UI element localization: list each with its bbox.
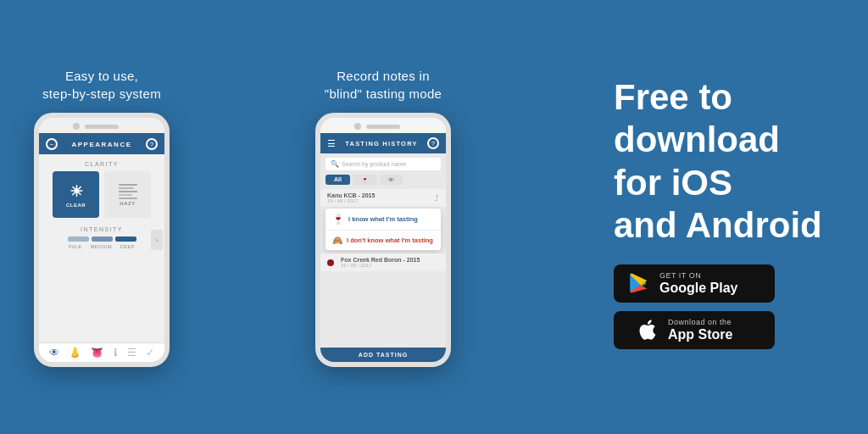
phone1: − APPEARANCE ? CLARITY ☀ CLEAR (34, 113, 170, 367)
phone2-screen: ☰ TASTING HISTORY ? 🔍 Search by product … (320, 118, 446, 362)
phone2-footer[interactable]: ADD TASTING (320, 348, 446, 362)
screen2-title: TASTING HISTORY (345, 140, 417, 147)
intensity-labels: PALE MEDIUM DEEP (69, 244, 135, 249)
tabs-row: All 🍷 👁 (326, 175, 441, 185)
intensity-medium-bar[interactable] (92, 236, 113, 242)
app-store-main: App Store (668, 326, 732, 342)
search-placeholder: Search by product name (342, 161, 406, 167)
wine-glass-icon: 🍷 (332, 214, 344, 225)
sun-icon: ☀ (70, 182, 83, 201)
phone1-caption: Easy to use, step-by-step system (42, 67, 161, 103)
blind-eye-icon: 🙈 (332, 236, 342, 245)
item1-name: Kanu KCB - 2015 (327, 192, 375, 198)
list-item-1-info: Kanu KCB - 2015 19 / 09 / 2017 (327, 192, 375, 203)
list-item-2-info: Fox Creek Red Boron - 2015 19 / 09 / 201… (341, 257, 420, 268)
hazy-label: HAZY (120, 201, 135, 206)
help-button[interactable]: ? (146, 138, 158, 150)
phone2-caption: Record notes in "blind" tasting mode (325, 67, 442, 103)
medium-label: MEDIUM (91, 244, 112, 249)
menu-tab-icon[interactable]: ☰ (127, 347, 136, 359)
item1-date: 19 / 09 / 2017 (327, 198, 375, 203)
next-arrow[interactable]: › (151, 230, 163, 250)
add-tasting-label: ADD TASTING (359, 352, 408, 358)
pale-label: PALE (69, 244, 82, 249)
item2-name: Fox Creek Red Boron - 2015 (341, 257, 420, 263)
screen-title: APPEARANCE (71, 141, 131, 148)
phone2-body: 🔍 Search by product name All 🍷 👁 Kanu KC… (320, 153, 446, 348)
intensity-label: INTENSITY (81, 226, 123, 232)
unknown-label: I don't know what I'm tasting (347, 236, 433, 244)
item2-date: 19 / 09 / 2017 (341, 263, 420, 268)
cta-section: Free to download for iOS and Android GET… (597, 76, 834, 358)
app-store-text: Download on the App Store (668, 318, 732, 342)
list-item-2-row: Fox Creek Red Boron - 2015 19 / 09 / 201… (327, 257, 439, 268)
phone1-footer: 👁 👃 👅 ℹ ☰ ✓ (39, 342, 164, 362)
tab-eye[interactable]: 👁 (380, 175, 403, 185)
intensity-bars (46, 236, 158, 242)
phone1-header: − APPEARANCE ? (39, 133, 164, 154)
tab-wine[interactable]: 🍷 (353, 175, 377, 185)
item1-share-icon[interactable]: ⤴ (435, 194, 439, 203)
hazy-lines-icon (119, 184, 137, 199)
info-tab-icon[interactable]: ℹ (114, 347, 118, 359)
tab-all[interactable]: All (326, 175, 350, 185)
check-tab-icon[interactable]: ✓ (146, 347, 154, 359)
search-icon: 🔍 (331, 160, 339, 168)
known-option[interactable]: 🍷 I know what I'm tasting (326, 209, 441, 231)
unknown-option[interactable]: 🙈 I don't know what I'm tasting (326, 231, 441, 250)
search-bar[interactable]: 🔍 Search by product name (326, 158, 441, 170)
eye-tab-icon[interactable]: 👁 (49, 347, 59, 359)
nose-tab-icon[interactable]: 👃 (69, 347, 81, 359)
app-store-sub: Download on the (668, 318, 732, 326)
google-play-main: Google Play (659, 280, 737, 296)
google-play-button[interactable]: GET IT ON Google Play (614, 264, 775, 303)
google-play-text: GET IT ON Google Play (659, 271, 737, 296)
clarity-label: CLARITY (85, 161, 119, 167)
phone1-column: Easy to use, step-by-step system − APPEA… (34, 67, 170, 367)
cta-title: Free to download for iOS and Android (614, 76, 822, 248)
tongue-tab-icon[interactable]: 👅 (91, 347, 103, 359)
clarity-cards: ☀ CLEAR HAZY (53, 171, 151, 218)
clear-label: CLEAR (66, 203, 86, 208)
phone2-header: ☰ TASTING HISTORY ? (320, 133, 446, 153)
intensity-deep-bar[interactable] (115, 236, 136, 242)
app-store-button[interactable]: Download on the App Store (614, 311, 775, 349)
tasting-mode-popup[interactable]: 🍷 I know what I'm tasting 🙈 I don't know… (326, 209, 441, 250)
intensity-pale-bar[interactable] (68, 236, 89, 242)
google-play-icon (627, 271, 651, 295)
list-item-2[interactable]: Fox Creek Red Boron - 2015 19 / 09 / 201… (320, 253, 446, 271)
menu-icon[interactable]: ☰ (327, 138, 336, 149)
phone1-screen: − APPEARANCE ? CLARITY ☀ CLEAR (39, 118, 164, 362)
deep-label: DEEP (120, 244, 135, 249)
known-label: I know what I'm tasting (348, 215, 418, 223)
phone2-column: Record notes in "blind" tasting mode ☰ T… (315, 67, 451, 367)
help2-button[interactable]: ? (427, 137, 439, 149)
back-button[interactable]: − (46, 138, 58, 150)
clarity-clear-card[interactable]: ☀ CLEAR (53, 171, 99, 218)
clarity-hazy-card[interactable]: HAZY (104, 171, 151, 218)
list-item-1[interactable]: Kanu KCB - 2015 19 / 09 / 2017 ⤴ (320, 189, 446, 207)
phone2: ☰ TASTING HISTORY ? 🔍 Search by product … (315, 113, 451, 367)
google-play-sub: GET IT ON (659, 271, 737, 280)
wine-dot-icon (327, 259, 334, 266)
phone1-body: CLARITY ☀ CLEAR (39, 154, 164, 342)
